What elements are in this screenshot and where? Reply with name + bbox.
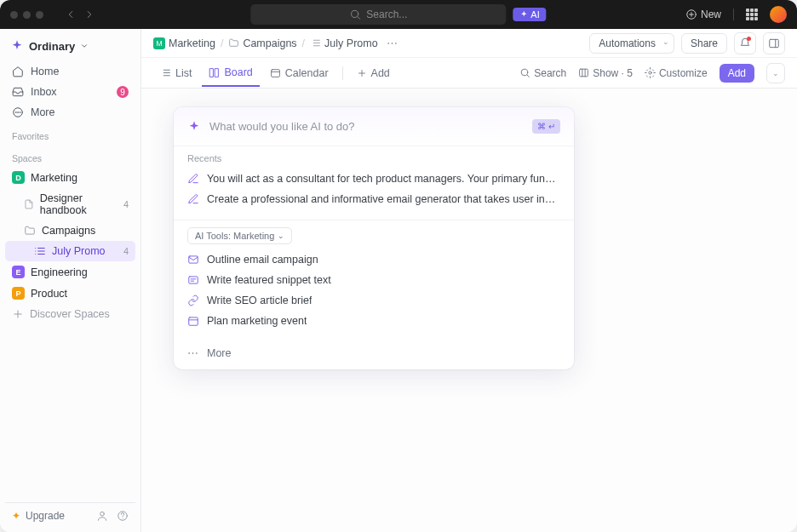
crumb-more-icon[interactable]: ⋯ (387, 37, 398, 49)
notifications-button[interactable] (734, 32, 756, 54)
calendar-icon (270, 67, 281, 78)
space-product[interactable]: P Product (5, 283, 135, 304)
ai-prompt-input[interactable]: What would you like AI to do? (209, 120, 524, 133)
plus-icon (12, 308, 24, 320)
ai-tool-0[interactable]: Outline email campaign (187, 249, 560, 270)
nav-forward[interactable] (81, 6, 98, 23)
view-tab-list[interactable]: List (153, 60, 198, 86)
svg-rect-44 (189, 317, 198, 325)
view-bar: List Board Calendar Add (141, 58, 797, 89)
link-icon (187, 295, 199, 306)
chevron-down-icon: ⌄ (278, 232, 284, 240)
favorites-heading: Favorites (5, 123, 135, 145)
folder-campaigns[interactable]: Campaigns (5, 220, 135, 241)
recent-prompt-1[interactable]: Create a professional and informative em… (187, 189, 560, 209)
user-icon[interactable] (96, 510, 108, 522)
space-badge-icon: E (12, 266, 25, 278)
sidebar-more[interactable]: More (5, 102, 135, 123)
add-task-button[interactable]: Add (720, 64, 754, 83)
snippet-icon (187, 274, 199, 286)
svg-point-7 (18, 112, 19, 113)
ai-panel-header: What would you like AI to do? ⌘ ↵ (174, 107, 574, 146)
ai-tools-section: AI Tools: Marketing ⌄ Outline email camp… (174, 220, 574, 341)
automations-button[interactable]: Automations (589, 33, 665, 54)
sidebar-footer: ✦ Upgrade (5, 502, 135, 525)
global-search[interactable]: Search... (250, 4, 506, 25)
ai-tools-filter[interactable]: AI Tools: Marketing ⌄ (187, 227, 292, 244)
automations-dropdown[interactable]: ⌄ (658, 33, 674, 54)
view-tab-board[interactable]: Board (202, 60, 259, 87)
workspace-switcher[interactable]: Ordinary (5, 36, 135, 61)
minimize-dot[interactable] (23, 11, 31, 19)
svg-line-35 (527, 75, 529, 77)
svg-rect-36 (580, 69, 588, 77)
space-badge-icon: D (12, 171, 25, 184)
add-task-dropdown[interactable]: ⌄ (766, 63, 785, 83)
columns-icon (578, 67, 589, 78)
breadcrumb-bar: M Marketing / Campaigns / July Promo ⋯ A… (141, 29, 797, 58)
list-icon (160, 67, 171, 78)
sidebar-home[interactable]: Home (5, 61, 135, 82)
space-badge-icon: P (12, 287, 25, 300)
svg-rect-29 (215, 68, 219, 77)
view-tab-calendar[interactable]: Calendar (263, 60, 335, 86)
prompt-icon (187, 193, 199, 205)
search-icon (519, 67, 530, 78)
new-button[interactable]: New (685, 9, 721, 20)
crumb-campaigns[interactable]: Campaigns (228, 37, 296, 49)
list-icon (310, 37, 321, 49)
recent-prompt-0[interactable]: You will act as a consultant for tech pr… (187, 169, 560, 189)
maximize-dot[interactable] (36, 11, 43, 19)
view-show[interactable]: Show · 5 (578, 67, 633, 79)
ellipsis-icon: ⋯ (187, 346, 199, 359)
recents-heading: Recents (187, 153, 560, 163)
list-icon (34, 245, 46, 257)
folder-designer-handbook[interactable]: Designer handbook 4 (5, 188, 135, 220)
svg-rect-30 (271, 70, 279, 77)
svg-rect-23 (770, 39, 779, 47)
panel-toggle-button[interactable] (763, 32, 785, 54)
board-icon (209, 67, 220, 78)
calendar-icon (187, 315, 199, 327)
app-window: Search... AI New Ordinary (0, 0, 797, 532)
titlebar: Search... AI New (0, 0, 797, 29)
home-icon (12, 66, 24, 77)
share-button[interactable]: Share (681, 33, 727, 54)
ai-tool-3[interactable]: Plan marketing event (187, 311, 560, 331)
inbox-icon (12, 86, 24, 98)
ai-more-button[interactable]: ⋯ More (174, 341, 574, 369)
ai-tool-1[interactable]: Write featured snippet text (187, 270, 560, 290)
discover-spaces[interactable]: Discover Spaces (5, 304, 135, 324)
add-view-button[interactable]: Add (350, 60, 397, 86)
upgrade-link[interactable]: Upgrade (26, 510, 65, 522)
gear-icon (645, 67, 656, 78)
view-customize[interactable]: Customize (645, 67, 708, 79)
svg-point-17 (100, 512, 105, 516)
upgrade-icon: ✦ (12, 510, 20, 522)
crumb-july-promo[interactable]: July Promo (310, 37, 378, 49)
ai-button[interactable]: AI (513, 8, 546, 21)
search-icon (349, 9, 361, 20)
space-marketing[interactable]: D Marketing (5, 167, 135, 188)
ai-tool-2[interactable]: Write SEO article brief (187, 290, 560, 311)
close-dot[interactable] (10, 11, 18, 19)
plus-circle-icon (685, 9, 697, 20)
space-engineering[interactable]: E Engineering (5, 261, 135, 283)
svg-line-1 (358, 17, 360, 20)
list-july-promo[interactable]: July Promo 4 (5, 241, 135, 261)
mail-icon (187, 254, 199, 266)
ai-recents-section: Recents You will act as a consultant for… (174, 146, 574, 220)
sidebar-inbox[interactable]: Inbox 9 (5, 82, 135, 102)
view-search[interactable]: Search (519, 67, 566, 79)
brand-logo-icon (10, 39, 24, 53)
apps-menu-icon[interactable] (746, 9, 758, 20)
nav-back[interactable] (62, 6, 79, 23)
help-icon[interactable] (117, 510, 129, 522)
ai-sparkle-icon (187, 120, 201, 134)
svg-point-6 (15, 112, 16, 113)
crumb-marketing[interactable]: M Marketing (153, 37, 215, 49)
svg-rect-41 (189, 277, 198, 283)
user-avatar[interactable] (770, 6, 787, 23)
plus-icon (357, 68, 367, 78)
panel-icon (768, 37, 780, 49)
